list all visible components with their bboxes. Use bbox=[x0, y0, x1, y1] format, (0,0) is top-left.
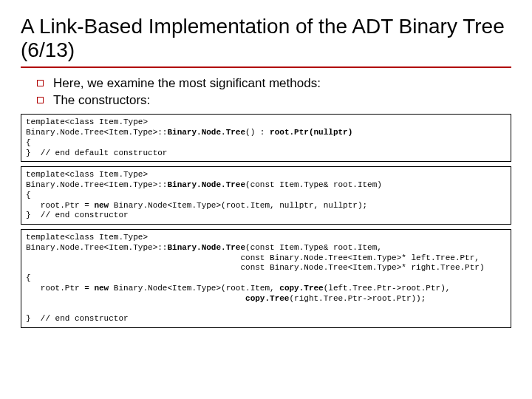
code-text: Binary.Node<Item.Type>(root.Item, bbox=[109, 284, 279, 293]
code-keyword: new bbox=[94, 201, 109, 210]
code-text: root.Ptr = bbox=[26, 284, 94, 293]
code-line: template<class Item.Type> bbox=[26, 117, 148, 126]
code-text: (left.Tree.Ptr->root.Ptr), bbox=[324, 284, 451, 293]
code-keyword: Binary.Node.Tree bbox=[167, 128, 245, 137]
code-line: } // end constructor bbox=[26, 211, 129, 219]
code-text: (const Item.Type& root.Item, bbox=[245, 243, 382, 252]
code-text: root.Ptr = bbox=[26, 201, 94, 210]
code-text bbox=[26, 294, 245, 303]
code-line: const Binary.Node.Tree<Item.Type>* left.… bbox=[26, 253, 480, 262]
code-block-2: template<class Item.Type> Binary.Node.Tr… bbox=[21, 166, 511, 225]
code-text: Binary.Node.Tree<Item.Type>:: bbox=[26, 243, 167, 252]
code-keyword: copy.Tree bbox=[279, 284, 323, 293]
code-line: const Binary.Node.Tree<Item.Type>* right… bbox=[26, 263, 485, 272]
code-text: Binary.Node.Tree<Item.Type>:: bbox=[26, 128, 167, 137]
code-line: { bbox=[26, 273, 31, 282]
code-line: { bbox=[26, 191, 31, 200]
code-keyword: Binary.Node.Tree bbox=[167, 180, 245, 189]
code-line: } // end constructor bbox=[26, 314, 129, 323]
code-keyword: root.Ptr(nullptr) bbox=[270, 128, 352, 137]
code-line: } // end default constructor bbox=[26, 149, 167, 157]
page-title: A Link-Based Implementation of the ADT B… bbox=[21, 15, 511, 62]
bullet-list: Here, we examine the most significant me… bbox=[37, 75, 511, 109]
code-text: () : bbox=[245, 128, 270, 137]
code-text: Binary.Node<Item.Type>(root.Item, nullpt… bbox=[109, 201, 367, 210]
code-keyword: new bbox=[94, 284, 109, 293]
code-line: template<class Item.Type> bbox=[26, 170, 148, 179]
bullet-item: Here, we examine the most significant me… bbox=[37, 75, 511, 92]
code-text: (right.Tree.Ptr->root.Ptr)); bbox=[289, 294, 426, 303]
code-keyword: Binary.Node.Tree bbox=[167, 243, 245, 252]
code-line: { bbox=[26, 138, 31, 147]
code-line: template<class Item.Type> bbox=[26, 233, 148, 242]
code-text: Binary.Node.Tree<Item.Type>:: bbox=[26, 180, 167, 189]
bullet-item: The constructors: bbox=[37, 92, 511, 109]
code-block-1: template<class Item.Type> Binary.Node.Tr… bbox=[21, 114, 511, 162]
code-keyword: copy.Tree bbox=[245, 294, 289, 303]
code-block-3: template<class Item.Type> Binary.Node.Tr… bbox=[21, 229, 511, 328]
code-text: (const Item.Type& root.Item) bbox=[245, 180, 382, 189]
slide: A Link-Based Implementation of the ADT B… bbox=[0, 0, 532, 399]
title-rule bbox=[21, 66, 511, 68]
